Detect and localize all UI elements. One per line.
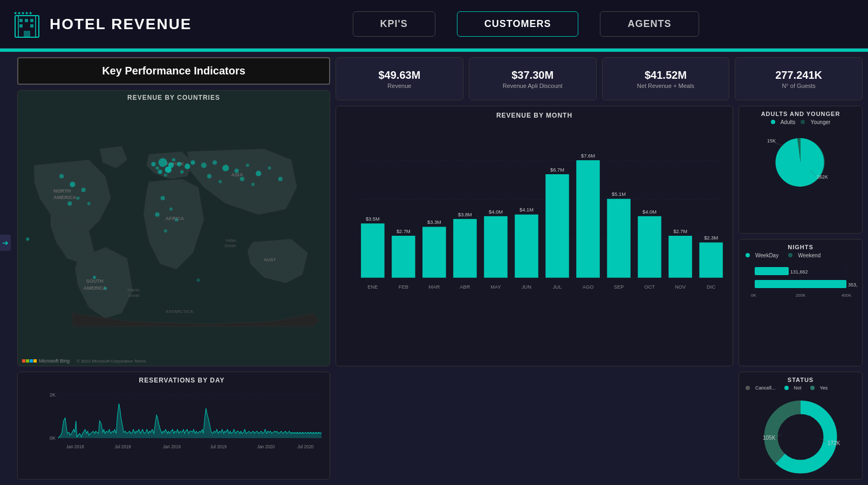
svg-text:$2.7M: $2.7M (673, 229, 687, 234)
right-panel: $49.63M Revenue $37.30M Revenue Apli Dis… (336, 57, 863, 480)
svg-point-35 (201, 162, 207, 168)
younger-legend-dot (801, 119, 805, 125)
cancelled-dot (746, 386, 750, 390)
adults-legend: Adults Younger (771, 119, 831, 125)
svg-rect-5 (30, 19, 33, 22)
svg-point-53 (161, 196, 165, 200)
svg-point-41 (268, 166, 271, 169)
revenue-label: Revenue (387, 83, 411, 89)
map-title: REVENUE BY COUNTRIES (18, 91, 330, 105)
svg-text:$7.6M: $7.6M (581, 153, 595, 159)
svg-rect-123 (755, 280, 846, 288)
svg-text:AMERICA: AMERICA (53, 195, 77, 200)
reservations-chart-title: RESERVATIONS BY DAY (39, 377, 324, 384)
adults-chart: ADULTS AND YOUNGER Adults Younger (739, 106, 863, 234)
guests-value: 277.241K (775, 69, 822, 81)
svg-rect-79 (392, 236, 415, 278)
svg-point-33 (164, 174, 167, 177)
svg-point-51 (67, 201, 72, 206)
kpi-section-title: Key Performance Indicators (17, 57, 330, 85)
svg-point-49 (81, 188, 86, 192)
adults-legend-dot (771, 119, 775, 125)
bing-logo (22, 359, 37, 363)
svg-rect-100 (607, 199, 631, 278)
svg-text:MAY: MAY (490, 284, 501, 290)
net-label: Net Revenue + Meals (637, 83, 694, 89)
svg-text:SEP: SEP (614, 284, 624, 290)
reservations-svg: 2K 0K Jan 2018 Jul 2018 Jan 2019 Jul 201… (39, 386, 324, 473)
svg-point-58 (93, 276, 96, 279)
weekend-legend-dot (788, 253, 792, 257)
svg-text:SOUTH: SOUTH (86, 278, 104, 284)
svg-point-61 (26, 237, 29, 241)
tab-agents[interactable]: AGENTS (600, 11, 699, 37)
svg-point-47 (59, 174, 64, 179)
tab-kpis[interactable]: KPI'S (353, 11, 435, 37)
svg-point-23 (159, 158, 167, 167)
revenue-month-chart: REVENUE BY MONTH $3.5M ENE $2.7M FEB (336, 106, 733, 366)
tab-customers[interactable]: CUSTOMERS (457, 11, 579, 37)
svg-point-52 (87, 202, 91, 205)
svg-point-39 (246, 163, 249, 167)
kpi-card-net: $41.52M Net Revenue + Meals (602, 57, 730, 100)
svg-point-32 (151, 162, 155, 166)
svg-rect-3 (19, 19, 23, 22)
svg-text:Jul 2019: Jul 2019 (210, 445, 227, 449)
svg-rect-109 (699, 242, 723, 277)
svg-text:Jan 2020: Jan 2020 (257, 445, 275, 449)
svg-point-30 (158, 169, 162, 174)
svg-text:ANTARCTICA: ANTARCTICA (166, 309, 194, 314)
svg-point-54 (169, 207, 173, 210)
svg-text:400K: 400K (842, 293, 852, 298)
revenue-bar-chart-svg: $3.5M ENE $2.7M FEB $3.3M MAR $3.8M ABR (344, 124, 725, 348)
svg-point-28 (184, 163, 190, 169)
svg-point-38 (235, 168, 239, 173)
not-label: Not (794, 385, 802, 391)
svg-point-25 (177, 162, 181, 166)
map-footer: Microsoft Bing © 2022 Microsoft Corporat… (22, 358, 146, 364)
svg-text:ENE: ENE (367, 284, 378, 290)
svg-point-48 (70, 182, 75, 187)
revenue-value: $49.63M (378, 69, 420, 81)
world-map-svg: NORTH AMERICA SOUTH AMERICA EUROPE AFRIC… (18, 91, 330, 366)
svg-point-60 (197, 278, 200, 282)
svg-text:★★★★★: ★★★★★ (13, 11, 32, 16)
svg-rect-85 (453, 219, 477, 278)
svg-point-34 (190, 160, 195, 165)
apli-label: Revenue Apli Discount (503, 83, 563, 89)
weekday-legend-dot (746, 253, 750, 257)
svg-point-44 (240, 177, 244, 181)
nights-chart: NIGHTS WeekDay Weekend 131, (739, 239, 863, 367)
kpi-card-guests: 277.241K N° of Guests (735, 57, 863, 100)
svg-rect-7 (30, 24, 33, 28)
svg-text:Ocean: Ocean (224, 244, 236, 248)
svg-rect-6 (19, 24, 23, 28)
svg-point-56 (175, 218, 178, 222)
status-chart-title: STATUS (743, 377, 858, 383)
svg-point-45 (251, 183, 255, 186)
svg-text:FEB: FEB (399, 284, 408, 290)
status-legend: Cancell... Not Yes (743, 385, 858, 391)
svg-text:JUL: JUL (553, 284, 562, 290)
yes-label: Yes (820, 385, 828, 391)
svg-rect-106 (668, 236, 692, 278)
svg-text:OCT: OCT (644, 284, 655, 290)
left-nav-arrow[interactable]: ➔ (0, 235, 11, 251)
nav-tabs: KPI'S CUSTOMERS AGENTS (194, 11, 857, 37)
svg-rect-82 (422, 227, 446, 277)
svg-point-50 (77, 196, 80, 200)
middle-row: REVENUE BY MONTH $3.5M ENE $2.7M FEB (336, 106, 863, 366)
svg-rect-88 (484, 216, 508, 278)
svg-text:Ocean: Ocean (128, 293, 140, 298)
svg-text:2K: 2K (50, 392, 56, 398)
svg-text:0K: 0K (50, 435, 56, 441)
svg-text:JUN: JUN (522, 284, 531, 290)
status-chart: STATUS Cancell... Not Yes (739, 372, 863, 480)
svg-text:$3.5M: $3.5M (366, 216, 380, 222)
svg-text:$2.7M: $2.7M (397, 229, 411, 234)
svg-text:$3.3M: $3.3M (427, 220, 441, 225)
svg-text:Indian: Indian (225, 238, 236, 243)
svg-text:DIC: DIC (707, 284, 715, 290)
svg-point-46 (278, 177, 283, 181)
map-container: REVENUE BY COUNTRIES (17, 90, 330, 366)
